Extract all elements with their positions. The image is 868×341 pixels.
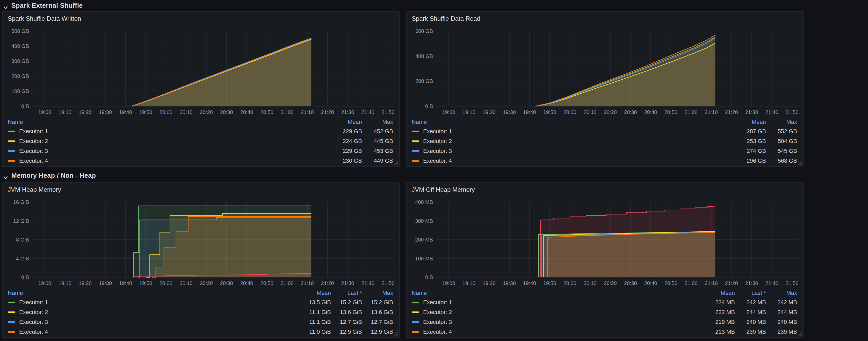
series-color-swatch: [412, 140, 419, 142]
legend-column-mean[interactable]: Mean: [303, 290, 332, 296]
legend-value: 229 GB: [334, 129, 363, 134]
legend-header: NameMeanLast *Max: [412, 289, 798, 297]
legend-value: 13.6 GiB: [334, 309, 363, 315]
legend: NameMeanMaxExecutor: 1287 GB552 GBExecut…: [412, 118, 798, 166]
series-color-swatch: [8, 311, 15, 313]
legend-series-executor-1[interactable]: Executor: 1: [8, 129, 332, 134]
panel-title[interactable]: Spark Shuffle Data Written: [8, 15, 81, 22]
legend-series-executor-1[interactable]: Executor: 1: [412, 300, 705, 305]
legend-value: 213 MB: [707, 329, 736, 335]
x-axis-tick-label: 19:20: [483, 280, 496, 286]
timeseries-chart[interactable]: 19:0019:1019:2019:3019:4019:5020:0020:10…: [3, 25, 400, 117]
y-axis-tick-label: 300 GB: [11, 58, 29, 64]
y-axis-tick-label: 0 B: [425, 275, 433, 280]
legend-column-mean[interactable]: Mean: [707, 290, 736, 296]
panel-title[interactable]: JVM Off Heap Memory: [412, 186, 475, 193]
legend-column-last[interactable]: Last *: [334, 290, 363, 296]
legend-value: 13.6 GiB: [365, 309, 394, 315]
x-axis-tick-label: 21:50: [786, 280, 799, 286]
legend-series-executor-2[interactable]: Executor: 2: [8, 309, 301, 315]
panel-resize-handle[interactable]: [798, 161, 802, 165]
legend-row: Executor: 3219 MB240 MB240 MB: [412, 317, 798, 327]
x-axis-tick-label: 20:40: [240, 109, 253, 115]
legend-series-executor-2[interactable]: Executor: 2: [8, 138, 332, 144]
legend-column-name[interactable]: Name: [8, 119, 332, 125]
legend-value: 224 MB: [707, 300, 736, 305]
timeseries-chart[interactable]: 19:0019:1019:2019:3019:4019:5020:0020:10…: [3, 196, 400, 288]
timeseries-chart[interactable]: 19:0019:1019:2019:3019:4019:5020:0020:10…: [407, 25, 804, 117]
dashboard-row-1: Spark Shuffle Data Written19:0019:1019:2…: [2, 11, 804, 167]
x-axis-tick-label: 20:30: [624, 109, 637, 115]
legend-column-max[interactable]: Max: [769, 290, 798, 296]
legend-series-executor-2[interactable]: Executor: 2: [412, 309, 705, 315]
legend-column-max[interactable]: Max: [769, 119, 798, 125]
legend-column-name[interactable]: Name: [412, 119, 736, 125]
legend-series-executor-3[interactable]: Executor: 3: [8, 319, 301, 325]
y-axis-tick-label: 0 B: [425, 104, 433, 109]
x-axis-tick-label: 21:40: [362, 280, 374, 286]
legend-series-executor-4[interactable]: Executor: 4: [412, 329, 705, 335]
legend-row: Executor: 2253 GB504 GB: [412, 136, 798, 146]
legend-series-executor-1[interactable]: Executor: 1: [8, 300, 301, 305]
legend-series-executor-3[interactable]: Executor: 3: [412, 319, 705, 325]
y-axis-tick-label: 400 GB: [11, 43, 29, 49]
x-axis-tick-label: 21:50: [382, 109, 395, 115]
series-label: Executor: 2: [423, 138, 452, 144]
legend-row: Executor: 4213 MB239 MB239 MB: [412, 327, 798, 337]
x-axis-tick-label: 20:20: [200, 280, 213, 286]
legend-row: Executor: 4230 GB449 GB: [8, 156, 394, 166]
panel-title[interactable]: Spark Shuffle Data Read: [412, 15, 480, 22]
section-header-memory-heap[interactable]: Memory Heap / Non - Heap: [3, 172, 96, 180]
legend-column-mean[interactable]: Mean: [334, 119, 363, 125]
x-axis-tick-label: 19:00: [442, 280, 455, 286]
series-label: Executor: 4: [19, 329, 48, 335]
grafana-dashboard: Spark External Shuffle Spark Shuffle Dat…: [0, 0, 868, 341]
y-axis-tick-label: 16 GiB: [13, 199, 29, 205]
x-axis-tick-label: 19:50: [139, 280, 152, 286]
x-axis-tick-label: 20:50: [260, 109, 274, 115]
legend-series-executor-4[interactable]: Executor: 4: [412, 158, 736, 164]
chevron-down-icon: [3, 173, 8, 178]
x-axis-tick-label: 19:20: [79, 109, 92, 115]
x-axis-tick-label: 19:10: [59, 109, 71, 115]
legend-value: 552 GB: [769, 129, 798, 134]
x-axis-tick-label: 19:00: [442, 109, 455, 115]
x-axis-tick-label: 19:50: [139, 109, 152, 115]
legend-column-max[interactable]: Max: [365, 290, 394, 296]
y-axis-tick-label: 12 GiB: [13, 218, 29, 224]
legend-value: 239 MB: [738, 329, 767, 335]
legend-column-max[interactable]: Max: [365, 119, 394, 125]
y-axis-tick-label: 200 MB: [415, 237, 433, 243]
panel-resize-handle[interactable]: [394, 161, 398, 165]
legend-value: 545 GB: [769, 148, 798, 154]
legend-series-executor-1[interactable]: Executor: 1: [412, 129, 736, 134]
panel-resize-handle[interactable]: [798, 332, 802, 336]
legend-series-executor-3[interactable]: Executor: 3: [412, 148, 736, 154]
x-axis-tick-label: 19:30: [99, 280, 112, 286]
legend-value: 219 MB: [707, 319, 736, 325]
legend-column-last[interactable]: Last *: [738, 290, 767, 296]
legend-column-mean[interactable]: Mean: [738, 119, 767, 125]
y-axis-tick-label: 200 GB: [415, 78, 433, 84]
x-axis-tick-label: 20:00: [159, 109, 173, 115]
legend-series-executor-4[interactable]: Executor: 4: [8, 158, 332, 164]
x-axis-tick-label: 20:10: [584, 109, 597, 115]
legend-row: Executor: 1287 GB552 GB: [412, 126, 798, 136]
panel-resize-handle[interactable]: [394, 332, 398, 336]
panel-jvm-heap-memory: JVM Heap Memory19:0019:1019:2019:3019:40…: [2, 182, 400, 338]
section-header-spark-external-shuffle[interactable]: Spark External Shuffle: [3, 2, 83, 10]
legend-series-executor-2[interactable]: Executor: 2: [412, 138, 736, 144]
legend-value: 244 MB: [738, 309, 767, 315]
legend-column-name[interactable]: Name: [412, 290, 705, 296]
y-axis-tick-label: 400 MB: [415, 199, 433, 205]
x-axis-tick-label: 21:20: [725, 280, 738, 286]
legend-row: Executor: 3229 GB453 GB: [8, 146, 394, 156]
legend-series-executor-4[interactable]: Executor: 4: [8, 329, 301, 335]
legend-column-name[interactable]: Name: [8, 290, 301, 296]
legend-series-executor-3[interactable]: Executor: 3: [8, 148, 332, 154]
x-axis-tick-label: 19:10: [59, 280, 71, 286]
timeseries-chart[interactable]: 19:0019:1019:2019:3019:4019:5020:0020:10…: [407, 196, 804, 288]
x-axis-tick-label: 19:30: [503, 109, 516, 115]
panel-title[interactable]: JVM Heap Memory: [8, 186, 61, 193]
series-color-swatch: [8, 150, 15, 152]
